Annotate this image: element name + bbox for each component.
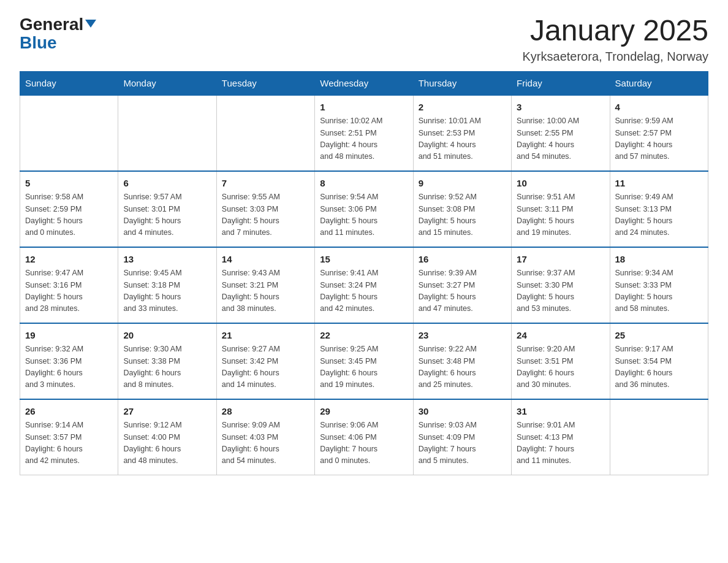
- calendar-cell: 15Sunrise: 9:41 AM Sunset: 3:24 PM Dayli…: [315, 247, 413, 323]
- calendar-cell: [610, 399, 708, 475]
- calendar-cell: [216, 95, 314, 171]
- day-info: Sunrise: 9:14 AM Sunset: 3:57 PM Dayligh…: [25, 419, 113, 467]
- day-info: Sunrise: 9:57 AM Sunset: 3:01 PM Dayligh…: [123, 191, 211, 239]
- day-header-monday: Monday: [118, 71, 216, 95]
- calendar-cell: 10Sunrise: 9:51 AM Sunset: 3:11 PM Dayli…: [512, 171, 610, 247]
- day-header-tuesday: Tuesday: [216, 71, 314, 95]
- day-info: Sunrise: 9:25 AM Sunset: 3:45 PM Dayligh…: [320, 343, 408, 391]
- day-number: 25: [615, 329, 703, 343]
- day-number: 6: [123, 177, 211, 191]
- day-info: Sunrise: 9:01 AM Sunset: 4:13 PM Dayligh…: [517, 419, 604, 467]
- day-info: Sunrise: 9:27 AM Sunset: 3:42 PM Dayligh…: [222, 343, 309, 391]
- day-info: Sunrise: 9:34 AM Sunset: 3:33 PM Dayligh…: [615, 267, 703, 315]
- day-info: Sunrise: 9:03 AM Sunset: 4:09 PM Dayligh…: [419, 419, 506, 467]
- day-info: Sunrise: 9:06 AM Sunset: 4:06 PM Dayligh…: [320, 419, 408, 467]
- calendar-cell: 5Sunrise: 9:58 AM Sunset: 2:59 PM Daylig…: [20, 171, 118, 247]
- logo: General Blue: [20, 15, 96, 53]
- calendar-subtitle: Kyrksaeterora, Trondelag, Norway: [523, 50, 708, 64]
- day-info: Sunrise: 9:22 AM Sunset: 3:48 PM Dayligh…: [419, 343, 506, 391]
- day-number: 8: [320, 177, 408, 191]
- day-info: Sunrise: 9:58 AM Sunset: 2:59 PM Dayligh…: [25, 191, 113, 239]
- calendar-cell: 27Sunrise: 9:12 AM Sunset: 4:00 PM Dayli…: [118, 399, 216, 475]
- day-info: Sunrise: 9:52 AM Sunset: 3:08 PM Dayligh…: [419, 191, 506, 239]
- day-info: Sunrise: 9:51 AM Sunset: 3:11 PM Dayligh…: [517, 191, 604, 239]
- day-header-friday: Friday: [512, 71, 610, 95]
- day-header-saturday: Saturday: [610, 71, 708, 95]
- calendar-week-4: 19Sunrise: 9:32 AM Sunset: 3:36 PM Dayli…: [20, 323, 708, 399]
- calendar-cell: 30Sunrise: 9:03 AM Sunset: 4:09 PM Dayli…: [413, 399, 511, 475]
- calendar-cell: 23Sunrise: 9:22 AM Sunset: 3:48 PM Dayli…: [413, 323, 511, 399]
- day-info: Sunrise: 9:47 AM Sunset: 3:16 PM Dayligh…: [25, 267, 113, 315]
- day-number: 29: [320, 405, 408, 419]
- calendar-week-1: 1Sunrise: 10:02 AM Sunset: 2:51 PM Dayli…: [20, 95, 708, 171]
- calendar-week-2: 5Sunrise: 9:58 AM Sunset: 2:59 PM Daylig…: [20, 171, 708, 247]
- page-header: General Blue January 2025 Kyrksaeterora,…: [20, 15, 708, 64]
- calendar-cell: 24Sunrise: 9:20 AM Sunset: 3:51 PM Dayli…: [512, 323, 610, 399]
- calendar-cell: 6Sunrise: 9:57 AM Sunset: 3:01 PM Daylig…: [118, 171, 216, 247]
- calendar-table: SundayMondayTuesdayWednesdayThursdayFrid…: [20, 71, 708, 475]
- day-info: Sunrise: 9:30 AM Sunset: 3:38 PM Dayligh…: [123, 343, 211, 391]
- day-number: 10: [517, 177, 604, 191]
- day-number: 14: [222, 253, 309, 267]
- day-info: Sunrise: 9:41 AM Sunset: 3:24 PM Dayligh…: [320, 267, 408, 315]
- calendar-cell: 14Sunrise: 9:43 AM Sunset: 3:21 PM Dayli…: [216, 247, 314, 323]
- calendar-cell: 1Sunrise: 10:02 AM Sunset: 2:51 PM Dayli…: [315, 95, 413, 171]
- day-info: Sunrise: 10:00 AM Sunset: 2:55 PM Daylig…: [517, 115, 604, 163]
- day-number: 18: [615, 253, 703, 267]
- calendar-cell: 29Sunrise: 9:06 AM Sunset: 4:06 PM Dayli…: [315, 399, 413, 475]
- calendar-cell: 2Sunrise: 10:01 AM Sunset: 2:53 PM Dayli…: [413, 95, 511, 171]
- day-info: Sunrise: 9:55 AM Sunset: 3:03 PM Dayligh…: [222, 191, 309, 239]
- day-header-row: SundayMondayTuesdayWednesdayThursdayFrid…: [20, 71, 708, 95]
- calendar-cell: 26Sunrise: 9:14 AM Sunset: 3:57 PM Dayli…: [20, 399, 118, 475]
- calendar-cell: 25Sunrise: 9:17 AM Sunset: 3:54 PM Dayli…: [610, 323, 708, 399]
- day-info: Sunrise: 9:45 AM Sunset: 3:18 PM Dayligh…: [123, 267, 211, 315]
- logo-general-text: General: [20, 15, 83, 34]
- day-info: Sunrise: 9:12 AM Sunset: 4:00 PM Dayligh…: [123, 419, 211, 467]
- calendar-title: January 2025: [523, 15, 708, 47]
- calendar-cell: 7Sunrise: 9:55 AM Sunset: 3:03 PM Daylig…: [216, 171, 314, 247]
- day-number: 4: [615, 101, 703, 115]
- calendar-cell: 31Sunrise: 9:01 AM Sunset: 4:13 PM Dayli…: [512, 399, 610, 475]
- day-number: 2: [419, 101, 506, 115]
- day-number: 27: [123, 405, 211, 419]
- calendar-cell: [118, 95, 216, 171]
- day-number: 22: [320, 329, 408, 343]
- calendar-cell: 13Sunrise: 9:45 AM Sunset: 3:18 PM Dayli…: [118, 247, 216, 323]
- day-number: 9: [419, 177, 506, 191]
- day-number: 17: [517, 253, 604, 267]
- day-info: Sunrise: 9:37 AM Sunset: 3:30 PM Dayligh…: [517, 267, 604, 315]
- day-info: Sunrise: 9:20 AM Sunset: 3:51 PM Dayligh…: [517, 343, 604, 391]
- day-number: 7: [222, 177, 309, 191]
- calendar-cell: 28Sunrise: 9:09 AM Sunset: 4:03 PM Dayli…: [216, 399, 314, 475]
- calendar-body: 1Sunrise: 10:02 AM Sunset: 2:51 PM Dayli…: [20, 95, 708, 475]
- day-number: 12: [25, 253, 113, 267]
- day-number: 20: [123, 329, 211, 343]
- day-number: 19: [25, 329, 113, 343]
- title-section: January 2025 Kyrksaeterora, Trondelag, N…: [523, 15, 708, 64]
- calendar-week-5: 26Sunrise: 9:14 AM Sunset: 3:57 PM Dayli…: [20, 399, 708, 475]
- day-header-sunday: Sunday: [20, 71, 118, 95]
- calendar-cell: 17Sunrise: 9:37 AM Sunset: 3:30 PM Dayli…: [512, 247, 610, 323]
- day-number: 11: [615, 177, 703, 191]
- calendar-cell: [20, 95, 118, 171]
- day-info: Sunrise: 10:02 AM Sunset: 2:51 PM Daylig…: [320, 115, 408, 163]
- day-number: 5: [25, 177, 113, 191]
- day-number: 3: [517, 101, 604, 115]
- calendar-cell: 11Sunrise: 9:49 AM Sunset: 3:13 PM Dayli…: [610, 171, 708, 247]
- day-number: 28: [222, 405, 309, 419]
- calendar-week-3: 12Sunrise: 9:47 AM Sunset: 3:16 PM Dayli…: [20, 247, 708, 323]
- calendar-cell: 8Sunrise: 9:54 AM Sunset: 3:06 PM Daylig…: [315, 171, 413, 247]
- day-number: 26: [25, 405, 113, 419]
- calendar-cell: 18Sunrise: 9:34 AM Sunset: 3:33 PM Dayli…: [610, 247, 708, 323]
- logo-triangle-icon: [85, 20, 96, 28]
- day-number: 24: [517, 329, 604, 343]
- logo-blue-text: Blue: [20, 33, 57, 53]
- day-info: Sunrise: 9:09 AM Sunset: 4:03 PM Dayligh…: [222, 419, 309, 467]
- calendar-cell: 9Sunrise: 9:52 AM Sunset: 3:08 PM Daylig…: [413, 171, 511, 247]
- day-number: 13: [123, 253, 211, 267]
- day-header-thursday: Thursday: [413, 71, 511, 95]
- calendar-cell: 22Sunrise: 9:25 AM Sunset: 3:45 PM Dayli…: [315, 323, 413, 399]
- calendar-cell: 20Sunrise: 9:30 AM Sunset: 3:38 PM Dayli…: [118, 323, 216, 399]
- calendar-cell: 19Sunrise: 9:32 AM Sunset: 3:36 PM Dayli…: [20, 323, 118, 399]
- calendar-cell: 21Sunrise: 9:27 AM Sunset: 3:42 PM Dayli…: [216, 323, 314, 399]
